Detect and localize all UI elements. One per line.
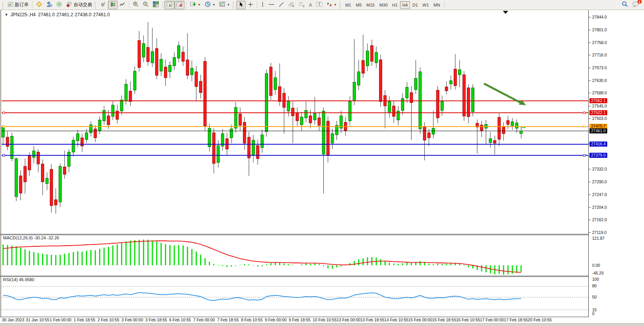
price-tick-label: 27545.0	[592, 104, 607, 109]
fibonacci-icon: F	[299, 1, 305, 9]
tab-h1[interactable]: H1	[390, 1, 400, 9]
toolbar-grip[interactable]	[233, 2, 235, 9]
trendline-icon	[278, 2, 284, 9]
candle-body	[6, 137, 9, 147]
price-tick-label: 27673.0	[592, 65, 607, 70]
price-tick-label: 27204.0	[592, 205, 607, 210]
horizontal-line-icon	[268, 2, 275, 9]
tab-m1[interactable]: M1	[343, 1, 354, 9]
time-axis-label: 7 Feb 18:55	[217, 317, 239, 322]
price-tick-label: 27332.0	[592, 167, 607, 172]
line-handle[interactable]	[3, 112, 5, 114]
strategy-tester-button[interactable]	[44, 1, 54, 9]
time-axis-label: 10 Feb 10:55	[313, 317, 337, 322]
toolbar-separator	[186, 1, 186, 9]
tab-m30[interactable]: M30	[377, 1, 390, 9]
chart-shift-button[interactable]	[174, 1, 184, 9]
candle-body	[178, 46, 180, 58]
candle-body	[507, 121, 509, 125]
chevron-down-icon: ▼	[334, 3, 337, 7]
zoom-out-button[interactable]	[141, 1, 151, 9]
tab-mn[interactable]: MN	[431, 1, 442, 9]
candle-body	[287, 101, 290, 111]
cursor-button[interactable]	[236, 1, 246, 9]
candle-body	[502, 126, 505, 133]
notifications-button[interactable]: 1	[632, 1, 639, 9]
price-tick	[589, 106, 591, 106]
tab-h4[interactable]: H4	[400, 1, 410, 9]
crosshair-button[interactable]	[246, 1, 255, 9]
text-label-icon: T	[316, 1, 323, 9]
periods-button[interactable]: ▼	[203, 1, 217, 9]
price-tick-label: 27716.0	[592, 53, 607, 58]
templates-button[interactable]: ▼	[217, 1, 232, 9]
line-handle[interactable]	[3, 126, 5, 128]
indicators-button[interactable]: ▼	[188, 1, 203, 9]
line-handle[interactable]	[583, 112, 585, 114]
search-icon[interactable]	[622, 1, 628, 9]
indicators-icon	[190, 1, 196, 9]
main-chart-pane[interactable]	[2, 11, 588, 234]
fibonacci-button[interactable]: F	[297, 1, 307, 9]
chart-shift-marker[interactable]	[503, 11, 508, 14]
candle-body	[252, 140, 255, 155]
candle-body	[103, 111, 106, 121]
price-tick	[589, 118, 591, 119]
line-handle[interactable]	[3, 154, 5, 156]
time-axis-label: 3 Feb 18:55	[145, 317, 167, 322]
candle-body	[463, 75, 465, 116]
chevron-down-icon[interactable]: ▼	[5, 13, 8, 17]
toolbar-grip[interactable]	[340, 2, 342, 9]
line-handle[interactable]	[583, 154, 585, 156]
new-order-button[interactable]: 新订单	[6, 1, 31, 9]
tab-d1[interactable]: D1	[410, 1, 420, 9]
time-axis-label: 1 Feb 00:00	[50, 317, 72, 322]
tab-m15[interactable]: M15	[364, 1, 377, 9]
candle-body	[515, 123, 518, 128]
zoom-in-button[interactable]	[131, 1, 141, 9]
high-value: 27461.2	[56, 12, 73, 17]
time-axis-label: 1 Feb 18:55	[73, 317, 95, 322]
auto-scroll-button[interactable]	[164, 1, 174, 9]
horizontal-line-button[interactable]	[266, 1, 277, 9]
candle-body	[120, 100, 123, 111]
candle-body	[270, 67, 272, 96]
candle-body	[28, 155, 31, 170]
new-order-icon	[8, 2, 14, 9]
candle-body	[283, 93, 285, 108]
signal-button[interactable]	[54, 1, 64, 9]
line-handle[interactable]	[583, 126, 585, 128]
market-watch-button[interactable]	[34, 1, 44, 9]
bar-chart-button[interactable]	[98, 1, 108, 9]
toolbar-separator	[162, 1, 163, 9]
zoom-in-icon	[133, 1, 139, 9]
tile-windows-button[interactable]	[151, 1, 161, 9]
candle-body	[379, 60, 382, 102]
vertical-line-button[interactable]	[259, 1, 266, 9]
line-chart-button[interactable]	[118, 1, 127, 9]
text-label-button[interactable]: T	[314, 1, 325, 9]
trendline-button[interactable]	[277, 1, 286, 9]
toolbar-grip[interactable]	[95, 2, 97, 9]
channel-button[interactable]: E	[286, 1, 297, 9]
arrows-button[interactable]: ▼	[325, 1, 339, 9]
candle-body	[212, 133, 215, 163]
macd-pane[interactable]	[2, 235, 588, 276]
tab-m5[interactable]: M5	[354, 1, 364, 9]
annotation-arrow[interactable]	[485, 84, 526, 105]
tab-w1[interactable]: W1	[420, 1, 431, 9]
text-button[interactable]: A	[307, 1, 314, 9]
candle-body	[248, 137, 250, 158]
autotrade-button[interactable]: 自动交易	[64, 1, 94, 9]
candle-body	[309, 116, 312, 123]
price-tick-label: 27162.0	[592, 217, 607, 222]
price-tick-label: 27630.0	[592, 78, 607, 83]
toolbar-grip[interactable]	[2, 2, 4, 9]
candle-body	[278, 87, 281, 101]
price-axis[interactable]: 27844.027801.027758.027716.027673.027630…	[588, 10, 644, 317]
vertical-line-icon	[261, 2, 265, 9]
chart-title: ▼ JPN225-,H4 27461.0 27461.2 27436.0 274…	[5, 12, 110, 17]
candle-chart-button[interactable]	[108, 1, 118, 9]
time-axis[interactable]: 30 Jan 202331 Jan 10:551 Feb 00:001 Feb …	[0, 317, 644, 323]
rsi-pane[interactable]	[2, 277, 588, 316]
